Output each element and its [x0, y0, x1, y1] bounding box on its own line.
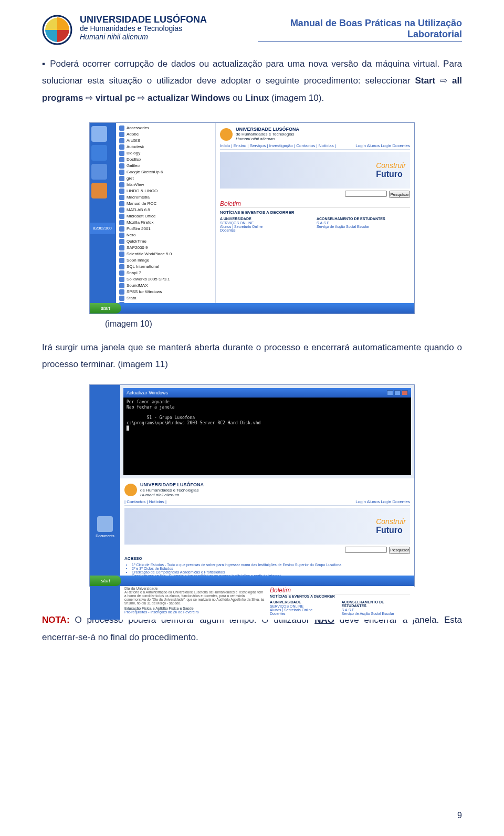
edfisica: Educação Física e Aptidão Física e Saúde [124, 607, 265, 610]
events-heading: NOTÍCIAS E EVENTOS A DECORRER [270, 594, 410, 598]
menu-item[interactable]: Macromedia [116, 194, 215, 201]
site-logo [124, 484, 137, 496]
menu-item[interactable]: gret [116, 175, 215, 182]
screenshot-10: a2002300 AccessoriesAdobeArcGISAutodeskB… [89, 122, 415, 314]
site-login-links[interactable]: Login Alunos Login Docentes [355, 143, 410, 148]
site-search-button[interactable]: Pesquisar [389, 547, 410, 554]
col1-head: A UNIVERSIDADE [220, 217, 313, 221]
menu-item[interactable]: DosBox [116, 156, 215, 163]
menu-item[interactable]: SAP2000 9 [116, 245, 215, 251]
hero-a: Construir [376, 517, 406, 526]
col1-text[interactable]: SERVIÇOS ONLINE Alunos | Secretaria Onli… [270, 604, 339, 615]
menu-item[interactable]: SQL International [116, 264, 215, 270]
manual-title: Manual de Boas Práticas na Utilização La… [258, 18, 462, 42]
menu-item[interactable]: Manual de ROC [116, 201, 215, 207]
ie-icon[interactable] [91, 145, 107, 161]
p1-start: Start [415, 76, 436, 86]
xp-desktop-strip: a2002300 [90, 123, 116, 314]
menu-item[interactable]: PutSim 2001 [116, 226, 215, 232]
menu-item[interactable]: Autodesk [116, 144, 215, 150]
menu-item[interactable]: Galileo [116, 163, 215, 169]
col1-text[interactable]: SERVIÇOS ONLINE Alunos | Secretaria Onli… [220, 221, 313, 232]
xp-taskbar[interactable] [90, 303, 414, 314]
documents-icon[interactable] [97, 516, 113, 532]
paragraph-1: Poderá ocorrer corrupção de dados ou act… [42, 56, 462, 107]
screenshot-11: Documents Actualizar-Windows Por favor a… [89, 384, 415, 587]
menu-item[interactable]: Microsoft Office [116, 213, 215, 220]
p1a: Poderá ocorrer corrupção de dados ou act… [42, 59, 462, 86]
browser-page-2: UNIVERSIDADE LUSÓFONA de Humanidades e T… [120, 478, 414, 619]
nota-label: NOTA: [42, 615, 70, 625]
menu-item[interactable]: SPSS for Windows [116, 289, 215, 295]
caption-10: (imagem 10) [105, 319, 462, 329]
col2-text[interactable]: S.A.S.E Serviço de Acção Social Escolar [317, 221, 410, 228]
acesso-bullet-2[interactable]: 2º e 3º Ciclos de Estudos [132, 567, 410, 570]
maximize-button[interactable] [394, 390, 401, 395]
site-nav[interactable]: Início | Ensino | Serviços | Investigaçã… [220, 143, 336, 148]
hero-b: Futuro [376, 170, 403, 179]
paragraph-2: Irá surgir uma janela que se manterá abe… [42, 339, 462, 373]
menu-item[interactable]: Stata [116, 295, 215, 301]
university-name-block: UNIVERSIDADE LUSÓFONA de Humanidades e T… [80, 15, 250, 41]
terminal-titlebar[interactable]: Actualizar-Windows [123, 388, 411, 398]
terminal-body: Por favor aguarde Nao fechar a janela S1… [123, 398, 411, 475]
site-search-input[interactable] [345, 547, 387, 553]
menu-item[interactable]: Biology [116, 150, 215, 156]
boletim-heading: Boletim [270, 587, 410, 594]
menu-item[interactable]: Google SketchUp 6 [116, 169, 215, 175]
p1h: (imagem 10). [271, 93, 324, 103]
acesso-bullet-3[interactable]: Creditação de Competências Académicas e … [132, 570, 410, 574]
arrow-icon: ⇨ [86, 93, 93, 103]
site-name: UNIVERSIDADE LUSÓFONA [140, 483, 204, 487]
university-name: UNIVERSIDADE LUSÓFONA [80, 15, 250, 25]
minimize-button[interactable] [387, 390, 393, 395]
menu-item[interactable]: ArcGIS [116, 138, 215, 144]
start-button[interactable]: start [90, 303, 121, 314]
snagit-icon[interactable] [91, 183, 107, 198]
document-body: Poderá ocorrer corrupção de dados ou act… [42, 56, 462, 107]
p1-linux: Linux [245, 93, 269, 103]
menu-item[interactable]: LINDO & LINGO [116, 188, 215, 194]
menu-item[interactable]: Solidworks 2005 SP3.1 [116, 276, 215, 283]
menu-item[interactable]: MATLAB 6.5 [116, 207, 215, 213]
menu-item[interactable]: QuickTime [116, 238, 215, 245]
university-motto: Humani nihil alienum [80, 33, 250, 41]
university-logo [42, 15, 72, 45]
col2-text[interactable]: S.A.S.E Serviço de Acção Social Escolar [342, 608, 411, 615]
acesso-bullet-1[interactable]: 1º Ciclo de Estudos - Tudo o que precisa… [132, 563, 410, 567]
col2-head: ACONSELHAMENTO DE ESTUDANTES [317, 217, 410, 221]
browser-page: UNIVERSIDADE LUSÓFONA de Humanidades e T… [216, 123, 414, 314]
documents-label: Documents [96, 534, 114, 538]
menu-item[interactable]: IrfanView [116, 182, 215, 188]
close-button[interactable] [402, 390, 408, 395]
menu-item[interactable]: SnapI 7 [116, 270, 215, 276]
site-login-links[interactable]: Login Alunos Login Docentes [355, 499, 410, 504]
autocad-icon[interactable] [91, 164, 107, 180]
menu-item[interactable]: Nero [116, 232, 215, 238]
menu-item[interactable]: SoundMAX [116, 283, 215, 289]
doc-header: UNIVERSIDADE LUSÓFONA de Humanidades e T… [42, 15, 462, 45]
prereq-link[interactable]: Pré-requisitos - Inscrições de 26 de Fev… [124, 610, 265, 614]
site-hero: ConstruirFuturo [124, 508, 410, 545]
start-menu-all-programs[interactable]: AccessoriesAdobeArcGISAutodeskBiologyDos… [116, 123, 216, 314]
site-nav[interactable]: | Contactos | Notícias | [124, 499, 166, 504]
destaque-body: A Reitoria e a Administração da Universi… [124, 590, 265, 605]
events-heading: NOTÍCIAS E EVENTOS A DECORRER [220, 210, 410, 215]
menu-item[interactable]: Mozilla Firefox [116, 220, 215, 226]
menu-item[interactable]: Soon Image [116, 257, 215, 264]
menu-item[interactable]: Adobe [116, 131, 215, 138]
site-search-input[interactable] [345, 191, 387, 197]
start-menu-user: a2002300 [90, 223, 115, 234]
site-motto: Humani nihil alienum [236, 137, 299, 141]
xp-taskbar[interactable] [90, 576, 414, 586]
menu-item[interactable]: Scientific WorkPlace 5.0 [116, 251, 215, 257]
menu-item[interactable]: Accessories [116, 125, 215, 131]
site-motto: Humani nihil alienum [140, 493, 204, 497]
terminal-title-text: Actualizar-Windows [127, 390, 168, 395]
recycle-bin-icon[interactable] [91, 126, 107, 142]
site-search-button[interactable]: Pesquisar [389, 191, 410, 198]
site-hero: ConstruirFuturo [220, 152, 410, 189]
site-logo [220, 128, 233, 141]
start-button[interactable]: start [90, 576, 121, 586]
p1-actwin: actualizar Windows [148, 93, 230, 103]
